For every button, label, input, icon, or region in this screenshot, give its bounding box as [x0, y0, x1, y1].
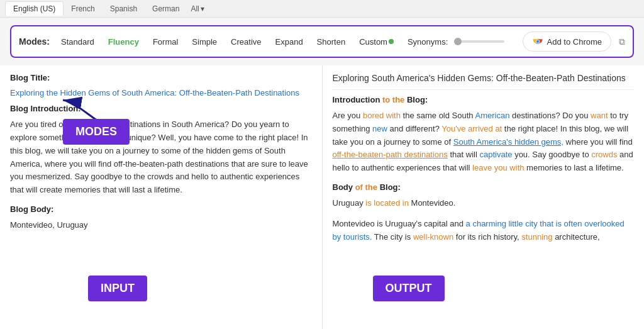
- synonyms-label: Synonyms:: [408, 37, 448, 47]
- mode-formal[interactable]: Formal: [148, 35, 183, 49]
- custom-active-dot: [389, 39, 394, 44]
- mode-standard[interactable]: Standard: [56, 35, 99, 49]
- mode-custom[interactable]: Custom: [354, 35, 399, 49]
- blog-intro-label: Blog Introduction:: [10, 104, 312, 113]
- mode-expand[interactable]: Expand: [270, 35, 308, 49]
- chevron-down-icon: ▾: [201, 4, 204, 13]
- left-input-panel: Blog Title: Exploring the Hidden Gems of…: [0, 65, 323, 329]
- right-intro-text: Are you bored with the same old South Am…: [333, 109, 635, 175]
- blog-body-label: Blog Body:: [10, 204, 312, 214]
- blog-body-location: Montevideo, Uruguay: [10, 219, 312, 232]
- svg-point-2: [536, 40, 539, 43]
- add-to-chrome-button[interactable]: Add to Chrome: [523, 31, 611, 52]
- modes-annotation: MODES: [63, 119, 130, 145]
- synonyms-slider[interactable]: [454, 40, 504, 43]
- language-tabs-bar: English (US) French Spanish German All ▾: [0, 0, 644, 18]
- output-annotation: OUTPUT: [373, 276, 445, 301]
- lang-tab-english[interactable]: English (US): [5, 1, 64, 16]
- lang-tab-all[interactable]: All ▾: [187, 2, 208, 16]
- mode-creative[interactable]: Creative: [226, 35, 266, 49]
- divider-1: [333, 89, 635, 90]
- chrome-icon: [532, 36, 543, 47]
- input-annotation: INPUT: [88, 276, 147, 301]
- lang-tab-german[interactable]: German: [145, 2, 187, 16]
- blog-intro-text: Are you tired of the same old destinatio…: [10, 118, 312, 197]
- modes-toolbar: Modes: Standard Fluency Formal Simple Cr…: [10, 25, 634, 58]
- right-body-label: Body of the Blog:: [333, 182, 635, 192]
- main-content: Blog Title: Exploring the Hidden Gems of…: [0, 65, 644, 329]
- mode-fluency[interactable]: Fluency: [103, 35, 144, 49]
- right-output-panel: OUTPUT Exploring South America's Hidden …: [323, 65, 645, 329]
- mode-shorten[interactable]: Shorten: [312, 35, 351, 49]
- copy-icon[interactable]: ⧉: [619, 36, 625, 47]
- lang-tab-spanish[interactable]: Spanish: [103, 2, 145, 16]
- mode-simple[interactable]: Simple: [187, 35, 222, 49]
- lang-tab-french[interactable]: French: [64, 2, 102, 16]
- modes-label: Modes:: [19, 36, 50, 47]
- right-body-location: Uruguay is located in Montevideo.: [333, 197, 635, 210]
- right-body-text: Montevideo is Uruguay's capital and a ch…: [333, 218, 635, 244]
- blog-title-text: Exploring the Hidden Gems of South Ameri…: [10, 87, 312, 99]
- right-intro-label: Introduction to the Blog:: [333, 95, 635, 104]
- right-panel-title: Exploring South America's Hidden Gems: O…: [333, 73, 635, 83]
- blog-title-label: Blog Title:: [10, 73, 312, 82]
